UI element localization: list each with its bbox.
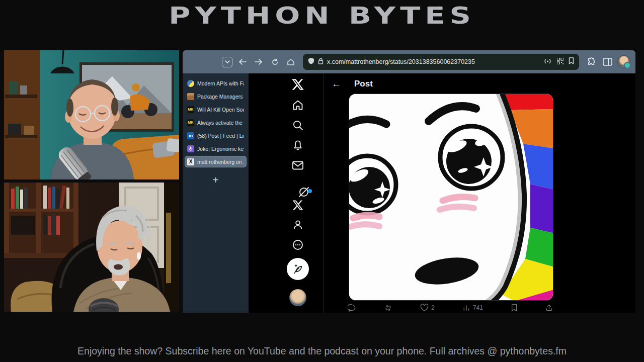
python-favicon	[187, 80, 194, 87]
back-button[interactable]	[236, 56, 249, 68]
post-header: ← Post	[324, 73, 635, 95]
engagement-bar: 2 741	[345, 303, 556, 313]
reply-button[interactable]	[348, 304, 356, 312]
views-button[interactable]: 741	[462, 304, 483, 312]
x-page: ← Post	[249, 73, 635, 313]
microphone-favicon	[187, 145, 194, 152]
webcam-host-bottom	[4, 183, 179, 312]
tab-ai-open-source[interactable]: MK Will AI Kill Open Source	[185, 104, 247, 115]
like-button[interactable]: 2	[420, 304, 435, 312]
reload-button[interactable]	[269, 56, 281, 68]
sidebar-panel-icon[interactable]	[601, 56, 613, 68]
home-icon[interactable]	[292, 99, 304, 113]
extensions-puzzle-icon[interactable]	[585, 56, 597, 68]
tab-sidebar: Modern APIs with FastA Package Managers …	[183, 73, 249, 313]
x-mark-icon[interactable]	[292, 200, 304, 213]
x-logo-icon[interactable]	[291, 78, 304, 93]
chevron-down-icon[interactable]	[222, 57, 232, 67]
meme-face-graphic	[349, 94, 553, 301]
x-profile-avatar[interactable]	[289, 289, 306, 306]
lock-icon[interactable]	[318, 57, 324, 66]
x-favicon: X	[187, 158, 194, 165]
new-tab-button[interactable]: +	[185, 174, 247, 186]
subscribe-banner: Enjoying the show? Subscribe here on You…	[0, 345, 644, 357]
view-count: 741	[473, 304, 483, 311]
qr-code-icon[interactable]	[557, 57, 564, 66]
x-nav-rail	[249, 73, 324, 313]
url-text[interactable]: x.com/mattrothenberg/status/203138356006…	[327, 58, 540, 65]
browser-profile-avatar[interactable]	[617, 55, 630, 68]
tab-always-activate[interactable]: MK Always activate the ver	[185, 117, 247, 128]
webcam-bottom-scene	[4, 183, 179, 312]
bookmark-post-button[interactable]	[511, 304, 518, 312]
tab-linkedin[interactable]: in (58) Post | Feed | Linke	[185, 130, 247, 141]
post-image[interactable]	[349, 94, 553, 301]
show-title: PYTHON BYTES	[0, 2, 644, 29]
repost-button[interactable]	[384, 304, 392, 312]
x-main-column: ← Post	[324, 73, 635, 313]
post-header-title: Post	[354, 79, 373, 89]
more-circle-icon[interactable]	[292, 239, 304, 253]
share-button[interactable]	[545, 304, 553, 312]
package-box-favicon	[187, 93, 194, 100]
webcam-top-scene	[4, 50, 179, 179]
messages-mail-icon[interactable]	[292, 160, 304, 173]
webcam-host-top	[4, 50, 179, 179]
stream-stage: PYTHON BYTES	[0, 0, 644, 362]
browser-toolbar: x.com/mattrothenberg/status/203138356006…	[183, 50, 635, 73]
mk-favicon: MK	[187, 119, 194, 126]
search-icon[interactable]	[292, 120, 304, 133]
linkedin-favicon: in	[187, 132, 194, 139]
grok-icon[interactable]	[298, 191, 310, 200]
grok-notification-dot	[308, 189, 312, 193]
url-bar[interactable]: x.com/mattrothenberg/status/203138356006…	[303, 54, 579, 70]
home-button[interactable]	[285, 56, 297, 68]
mk-favicon: MK	[187, 106, 194, 113]
tab-modern-apis[interactable]: Modern APIs with FastA	[185, 77, 247, 89]
like-count: 2	[431, 304, 435, 311]
notifications-bell-icon[interactable]	[292, 140, 304, 153]
tab-package-managers[interactable]: Package Managers Nee	[185, 90, 247, 102]
compose-post-button[interactable]	[287, 258, 309, 280]
shield-icon[interactable]	[308, 57, 314, 66]
profile-person-icon[interactable]	[292, 219, 304, 233]
bookmark-icon[interactable]	[569, 57, 574, 66]
browser-window: x.com/mattrothenberg/status/203138356006…	[183, 50, 635, 313]
forward-button[interactable]	[253, 56, 265, 68]
tab-joke[interactable]: Joke: Ergonomic keybo	[185, 143, 247, 154]
back-arrow-icon[interactable]: ←	[332, 78, 341, 89]
tab-matt-rothenberg-active[interactable]: X matt rothenberg on X:	[185, 156, 247, 167]
reader-broadcast-icon[interactable]	[543, 57, 552, 66]
